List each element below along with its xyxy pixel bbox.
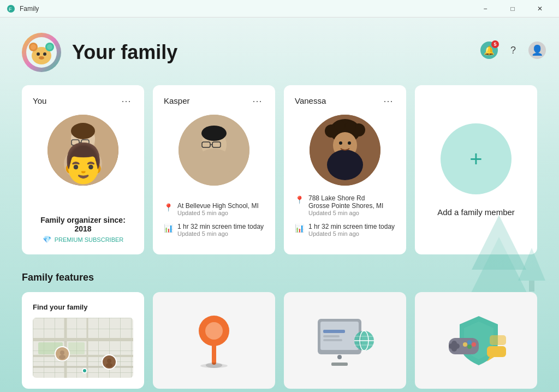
svg-rect-60 <box>323 335 340 337</box>
card-vanessa-header: Vanessa ⋯ <box>295 96 395 106</box>
feature-find-family-title: Find your family <box>33 303 133 311</box>
svg-point-49 <box>60 351 64 355</box>
svg-point-10 <box>39 56 44 60</box>
card-vanessa-info: 📍 788 Lake Shore Rd Grosse Pointe Shores… <box>295 194 395 243</box>
kasper-location-updated: Updated 5 min ago <box>177 210 259 216</box>
app-icon: F <box>7 4 15 13</box>
features-title: Family features <box>22 272 537 283</box>
add-member-circle[interactable]: + <box>441 123 512 194</box>
user-avatar-icon: 👤 <box>531 44 543 56</box>
svg-point-50 <box>59 355 66 359</box>
page-title: Your family <box>72 41 177 64</box>
svg-point-74 <box>467 340 472 345</box>
feature-find-family[interactable]: Find your family <box>22 292 144 389</box>
features-section: Family features Find your family <box>0 272 559 392</box>
diamond-icon: 💎 <box>43 235 51 243</box>
pin-card-shadow <box>200 364 228 368</box>
profile-button[interactable]: 👤 <box>528 41 546 59</box>
card-you-name: You <box>33 96 46 105</box>
map-person-2 <box>102 354 117 370</box>
help-button[interactable]: ? <box>504 41 522 59</box>
svg-point-22 <box>201 126 227 141</box>
app-title: Family <box>20 5 39 13</box>
card-you-status: Family organizer since: 2018 <box>33 216 133 233</box>
card-you-menu-button[interactable]: ⋯ <box>119 96 133 106</box>
map-person-1 <box>55 346 70 361</box>
card-add-member[interactable]: + Add a family member <box>415 85 537 254</box>
vanessa-location-info: 788 Lake Shore Rd Grosse Pointe Shores, … <box>308 194 383 216</box>
svg-point-75 <box>472 342 476 347</box>
help-icon: ? <box>510 45 516 56</box>
vanessa-screentime-row: 📊 1 hr 32 min screen time today Updated … <box>295 223 395 237</box>
feature-gaming[interactable] <box>415 292 537 389</box>
feature-location[interactable] <box>153 292 275 389</box>
mascot-svg <box>25 36 58 69</box>
kasper-screentime-info: 1 hr 32 min screen time today Updated 5 … <box>177 223 264 237</box>
premium-label: PREMIUM SUBSCRIBER <box>55 236 124 243</box>
header: Your family <box>0 17 559 85</box>
family-cards: You ⋯ Family organi <box>0 85 559 254</box>
svg-rect-16 <box>72 140 79 145</box>
card-kasper-menu-button[interactable]: ⋯ <box>250 96 264 106</box>
title-bar-controls: − □ ✕ <box>473 0 552 17</box>
avatar-kasper-svg <box>179 115 249 186</box>
feature-screen-time[interactable] <box>284 292 406 389</box>
svg-rect-47 <box>68 342 85 354</box>
svg-rect-78 <box>487 346 506 357</box>
svg-point-77 <box>463 342 467 347</box>
kasper-location-info: At Bellevue High School, MI Updated 5 mi… <box>177 202 259 216</box>
svg-point-21 <box>195 149 233 179</box>
vanessa-screentime-info: 1 hr 32 min screen time today Updated 5 … <box>308 223 395 237</box>
screen-time-illustration <box>307 303 383 378</box>
minimize-button[interactable]: − <box>473 0 498 17</box>
card-vanessa-name: Vanessa <box>295 96 326 105</box>
svg-point-7 <box>47 44 52 50</box>
premium-badge: 💎 PREMIUM SUBSCRIBER <box>33 235 133 243</box>
svg-point-33 <box>327 150 363 180</box>
activity-icon-v: 📊 <box>295 224 304 233</box>
avatar-you <box>47 115 118 186</box>
vanessa-screentime-text: 1 hr 32 min screen time today <box>308 223 395 230</box>
card-vanessa[interactable]: Vanessa ⋯ <box>284 85 406 254</box>
vanessa-screentime-updated: Updated 5 min ago <box>308 230 395 237</box>
vanessa-location-text: 788 Lake Shore Rd Grosse Pointe Shores, … <box>308 194 383 210</box>
svg-point-31 <box>334 120 345 131</box>
svg-point-52 <box>107 359 111 363</box>
kasper-screentime-updated: Updated 5 min ago <box>177 230 264 237</box>
title-bar: F Family − □ ✕ <box>0 0 559 17</box>
mascot-logo <box>22 33 61 72</box>
svg-point-34 <box>339 141 342 145</box>
svg-rect-59 <box>323 330 345 333</box>
card-you: You ⋯ Family organi <box>22 85 144 254</box>
svg-rect-68 <box>331 363 348 366</box>
gaming-illustration <box>438 303 514 378</box>
svg-point-30 <box>345 121 356 132</box>
svg-rect-80 <box>490 335 506 345</box>
kasper-location-row: 📍 At Bellevue High School, MI Updated 5 … <box>164 202 264 216</box>
svg-point-53 <box>106 363 112 367</box>
kasper-screentime-text: 1 hr 32 min screen time today <box>177 223 264 230</box>
svg-point-73 <box>449 343 454 349</box>
card-kasper-header: Kasper ⋯ <box>164 96 264 106</box>
close-button[interactable]: ✕ <box>527 0 552 17</box>
plus-icon: + <box>469 148 482 170</box>
screen-time-svg <box>307 308 383 373</box>
svg-point-35 <box>348 141 351 145</box>
svg-point-72 <box>454 343 460 349</box>
activity-icon: 📊 <box>164 224 173 233</box>
vanessa-location-updated: Updated 5 min ago <box>308 210 383 216</box>
kasper-location-text: At Bellevue High School, MI <box>177 202 259 210</box>
avatar-vanessa <box>310 115 380 186</box>
svg-rect-61 <box>323 339 342 341</box>
location-pin-svg <box>195 313 233 368</box>
location-icon: 📍 <box>164 203 173 212</box>
notification-button[interactable]: 🔔 5 <box>480 41 498 59</box>
card-kasper[interactable]: Kasper ⋯ 📍 <box>153 85 275 254</box>
main-content: 🔔 5 ? 👤 <box>0 17 559 392</box>
card-vanessa-menu-button[interactable]: ⋯ <box>381 96 395 106</box>
card-you-header: You ⋯ <box>33 96 133 106</box>
map-dot <box>82 368 87 373</box>
svg-text:F: F <box>9 7 12 12</box>
location-pin-container <box>195 303 233 378</box>
maximize-button[interactable]: □ <box>500 0 525 17</box>
